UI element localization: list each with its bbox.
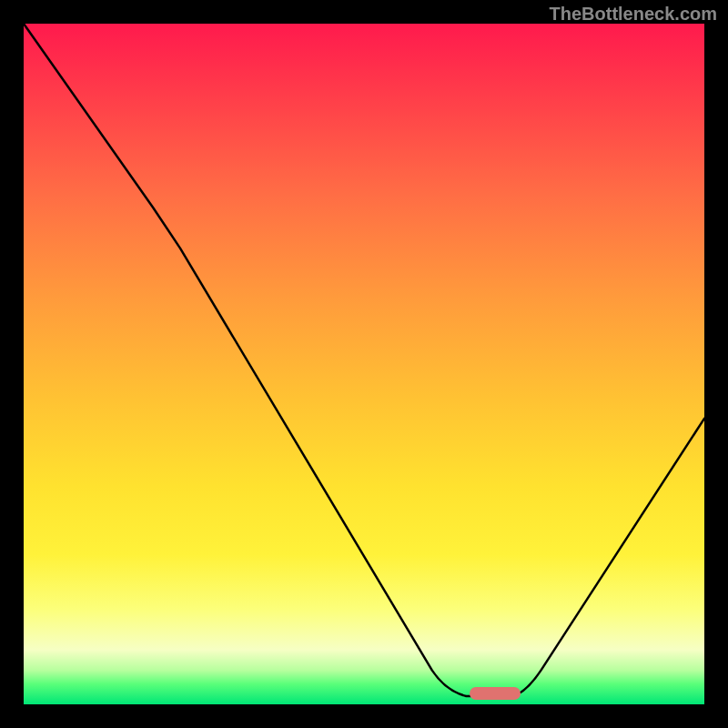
watermark-text: TheBottleneck.com [550,4,717,25]
minimum-marker [470,687,521,700]
chart-container: TheBottleneck.com [0,0,728,728]
bottleneck-curve [24,24,704,704]
plot-area [24,24,704,704]
